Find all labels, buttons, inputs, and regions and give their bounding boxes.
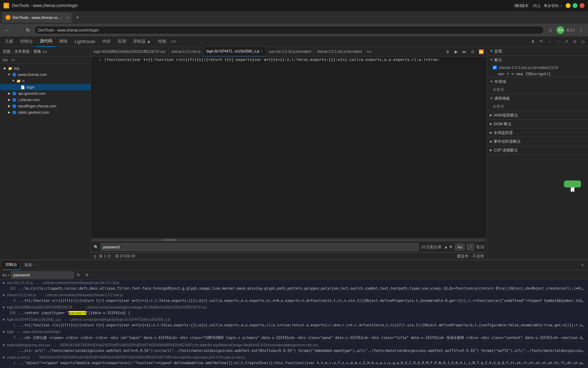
entry-zhenai-path: i.zhenai.com/marker/m/base/js/zhenai-2.0… (45, 293, 123, 297)
editor-tab-zhenai2[interactable]: zhenai-2.0.2.min.js:formatted (314, 47, 365, 57)
scrollbar-thumb[interactable] (162, 239, 176, 241)
search-up-btn[interactable]: ▲ (444, 245, 448, 249)
pause-btn[interactable]: ⏸ (529, 38, 536, 45)
section-breakpoints-header[interactable]: ▼ 断点 (487, 56, 588, 64)
search-icon[interactable]: 🔍 (94, 245, 99, 249)
pause-tab-btn[interactable]: ⏸ (444, 48, 451, 55)
tree-item-top[interactable]: ▶ 📁 top (0, 65, 90, 71)
resume-tab-btn[interactable]: ▶ (452, 48, 459, 55)
editor-tab-css[interactable]: login.6014bf86e2dc9de1593191ff821fb72f.c… (91, 47, 168, 57)
sidebar-more-btn[interactable]: >> (10, 57, 17, 63)
time-display: 00:02:4 (513, 3, 530, 8)
deactivate-btn[interactable]: ⊙ (571, 38, 578, 45)
run-tab-btn[interactable]: ⏩ (478, 48, 485, 55)
entry-zhenai-arrow: ▼ (2, 293, 5, 297)
horizontal-scrollbar[interactable] (91, 238, 487, 241)
breakpoints-arrow: ▼ (490, 58, 493, 62)
sidebar-tab-replace[interactable]: 替换 (34, 49, 41, 54)
refresh-button[interactable]: ↻ (24, 26, 32, 34)
section-callstack-header[interactable]: ▼ 调用堆栈 (487, 94, 588, 102)
console-tab-search[interactable]: 搜索 × (22, 260, 39, 270)
step-btn2[interactable]: ↗ (563, 38, 570, 45)
nav-performance[interactable]: 性能 (154, 36, 170, 47)
nav-memory[interactable]: 内存 (99, 36, 114, 47)
deactivate-tab-btn[interactable]: ⊙ (469, 48, 476, 55)
sidebar-tab-page[interactable]: 页面 (3, 49, 10, 54)
entry-crypto-header[interactable]: ▼ crypto-js.min.js — %E6%A1%8C%E9%9D%A2%… (0, 354, 588, 360)
console-search-clear-btn[interactable]: ✕ (84, 271, 90, 278)
tree-item-secdfinger[interactable]: ▶ 🔵 secdfinger.zhenai.com (0, 103, 90, 109)
history-clipboard-btn[interactable]: 打开历史剪辑版 (564, 181, 581, 187)
tab-close-login-js[interactable]: × (261, 49, 263, 53)
search-input[interactable] (101, 243, 419, 251)
section-dom-header[interactable]: ▶ DOM 断点 (487, 120, 588, 128)
back-button[interactable]: ← (3, 26, 11, 34)
section-xhr-header[interactable]: ▶ XHR/提取断点 (487, 111, 588, 119)
editor-tab-vue[interactable]: vue.min.2.5.16.js:formatted (266, 47, 314, 57)
forward-button[interactable]: → (13, 26, 22, 34)
nav-sources[interactable]: 源代码 (36, 36, 56, 47)
step-over-btn[interactable]: ↷ (538, 38, 545, 45)
editor-tab-login-js[interactable]: login.8c7d74472...e1c5e25b0_s.js × (204, 47, 266, 57)
run-btn[interactable]: ▷ (580, 38, 587, 45)
tree-item-api[interactable]: ▶ 🔵 api.geevisit.com (0, 90, 90, 97)
bookmark-button[interactable]: ☆ (546, 26, 554, 34)
nav-app[interactable]: 应用 (114, 36, 130, 47)
section-monitor-header[interactable]: ▼ 监视 (487, 47, 588, 55)
search-down-btn[interactable]: ▼ (449, 245, 453, 249)
console-tab-label-search: 搜索 (24, 262, 32, 268)
nav-more[interactable]: >> (170, 39, 177, 44)
breakpoint-checkbox-1[interactable] (493, 65, 497, 70)
nav-network[interactable]: 网络 (56, 36, 71, 47)
right-panel: ▼ 监视 ▼ 断点 zhenai-2.0.2.min.js:formatted:… (487, 47, 588, 260)
editor-tab-zhenai[interactable]: zhenai-2.0.2.min.js (168, 47, 204, 57)
section-event-header[interactable]: ▶ 事件侦听器断点 (487, 137, 588, 146)
global-label: 全局监听器 (494, 130, 513, 135)
tree-item-static[interactable]: ▶ 🔵 static.geetest.com (0, 109, 90, 115)
tree-item-i[interactable]: ▶ 🔵 i.zhenai.com (0, 97, 90, 103)
minimize-button[interactable]: − (566, 3, 571, 8)
step-into-btn[interactable]: ↓ (546, 38, 553, 45)
code-editor[interactable]: 1 (function(e){var t={};function r(n){if… (91, 57, 487, 238)
tab-close-button[interactable]: × (66, 16, 68, 20)
section-csp-header[interactable]: ▶ CSP 违规断点 (487, 146, 588, 154)
entry-css-header[interactable]: ▼ login.6014bf86e2dc9de1593191ff821fb72f… (0, 304, 588, 310)
console-tab-close[interactable]: × (34, 263, 36, 267)
console-search-input[interactable] (11, 271, 74, 278)
regex-btn[interactable]: .* (467, 243, 474, 250)
section-scope-header[interactable]: ▼ 作用域 (487, 77, 588, 86)
case-sensitive-btn[interactable]: Aa (455, 243, 464, 250)
maximize-button[interactable]: □ (573, 3, 578, 8)
tabs-more-btn[interactable]: >> (365, 49, 373, 54)
console-tab-main[interactable]: 控制台 (3, 260, 20, 270)
search-close-btn[interactable]: 取消 (476, 245, 484, 250)
sidebar-more[interactable]: >> (43, 50, 47, 54)
nav-lighthouse[interactable]: Lighthouse (71, 36, 99, 47)
tree-item-zhenai[interactable]: ▼ 🔵 www.zhenai.com (0, 71, 90, 78)
close-button[interactable]: × (580, 3, 585, 8)
step-tab-btn[interactable]: ⏭ (461, 48, 468, 55)
section-global-header[interactable]: ▶ 全局监听器 (487, 128, 588, 137)
browser-tab-devtools[interactable]: DevTools - www.zhenai.com/n/login × (2, 12, 72, 23)
entry-login-js-header[interactable]: ▼ login.8c7d74472a6e1c5e25b0_s.js — i.zh… (0, 317, 588, 323)
editor-tabs: login.6014bf86e2dc9de1593191ff821fb72f.c… (91, 47, 487, 57)
tree-item-n[interactable]: ▼ 📁 n (0, 78, 90, 84)
console-search-refresh-btn[interactable]: ↻ (75, 271, 82, 278)
url-bar[interactable]: DevTools - www.zhenai.com/n/login (34, 26, 544, 34)
nav-console[interactable]: 控制台 (17, 36, 36, 47)
window-controls[interactable]: − □ × (566, 3, 585, 8)
entry-zhenai-header[interactable]: ▼ zhenai-2.0.2.min.js — i.zhenai.com/mar… (0, 292, 588, 298)
step-out-btn[interactable]: ↑ (554, 38, 561, 45)
sidebar-tab-filesystem[interactable]: 文件系统 (14, 49, 30, 54)
entry-vue-header[interactable]: ▼ vue.min.2.5.16.js — i.zhenai.com/commo… (0, 280, 588, 286)
entry-material-header[interactable]: ▼ materialdesignicons.min.css — %E6%A1%8… (0, 342, 588, 348)
tree-item-login[interactable]: 📄 login (0, 84, 90, 90)
settings-button[interactable]: ⋮ (577, 26, 585, 34)
console-close-btn[interactable]: × (580, 262, 585, 268)
new-tab-button[interactable]: + (73, 13, 82, 22)
nav-recorder[interactable]: 录制器 ▲ (130, 36, 154, 47)
sidebar-group-btn[interactable]: top (1, 57, 9, 63)
entry-login-html-header[interactable]: ▼ login — www.zhenai.com/n/login (0, 329, 588, 335)
ca-badge[interactable]: CA (557, 26, 564, 34)
nav-elements[interactable]: 元素 (1, 36, 17, 47)
